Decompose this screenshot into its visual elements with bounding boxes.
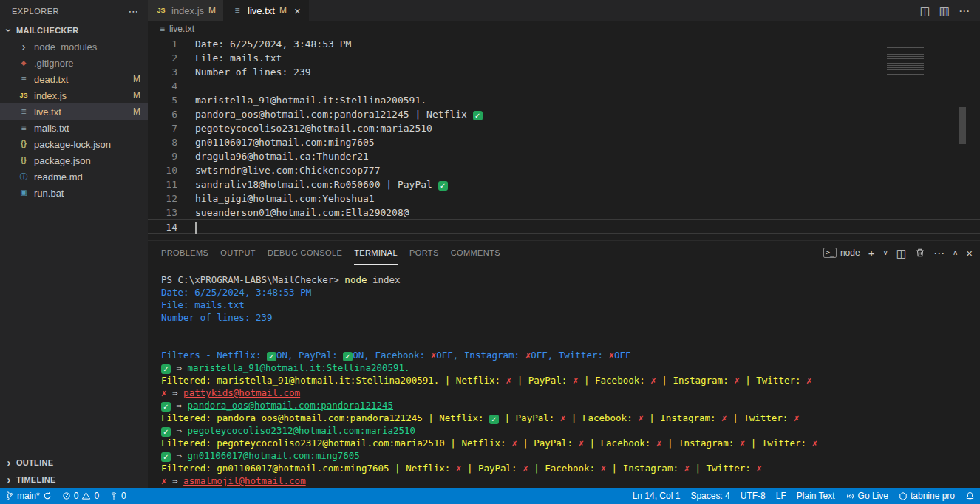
file-item-index.js[interactable]: JSindex.jsM: [0, 87, 148, 103]
cross-icon: ✗: [601, 463, 607, 474]
notifications[interactable]: [960, 488, 980, 504]
file-name: mails.txt: [34, 123, 69, 134]
line-content: maristella_91@hotmail.it:Stellina200591.: [177, 93, 426, 107]
editor-pane[interactable]: 1Date: 6/25/2024, 3:48:53 PM2File: mails…: [148, 37, 980, 240]
terminal-line: ✗ ⇒ pattykids@hotmail.com: [161, 386, 980, 399]
explorer-more-actions-icon[interactable]: ⋯: [129, 5, 140, 17]
file-item-live.txt[interactable]: ≡live.txtM: [0, 103, 148, 120]
git-branch-status[interactable]: main*: [0, 488, 57, 504]
tabnine-status[interactable]: tabnine pro: [894, 488, 960, 504]
spaces-label: Spaces: 4: [690, 491, 729, 501]
minimap[interactable]: [887, 47, 924, 75]
file-item-mails.txt[interactable]: ≡mails.txt: [0, 120, 148, 136]
text-segment: Filtered: gn01106017@hotmail.com:ming760…: [161, 463, 456, 474]
panel-tab-comments[interactable]: COMMENTS: [451, 241, 500, 265]
editor-scrollbar[interactable]: [959, 107, 966, 144]
panel-tab-terminal[interactable]: TERMINAL: [354, 241, 398, 265]
file-item-package-lock.json[interactable]: {}package-lock.json: [0, 136, 148, 152]
text-segment: ⇒: [171, 450, 188, 461]
timeline-section[interactable]: › TIMELINE: [0, 471, 148, 488]
panel-actions: >_ node + ∨ ◫ ⋯ ∧ ×: [823, 241, 973, 265]
project-root-folder[interactable]: › MAILCHECKER: [0, 22, 148, 38]
cross-icon: ✗: [806, 375, 812, 386]
file-name: .gitignore: [34, 58, 73, 69]
panel-more-actions-icon[interactable]: ⋯: [933, 248, 945, 259]
git-modified-badge: M: [208, 5, 216, 16]
kill-terminal-icon[interactable]: [915, 248, 925, 258]
indentation[interactable]: Spaces: 4: [685, 488, 735, 504]
file-item-node_modules[interactable]: ›node_modules: [0, 38, 148, 55]
cross-icon: ✗: [511, 437, 517, 449]
line-number: 5: [148, 93, 177, 107]
close-tab-icon[interactable]: ×: [294, 5, 301, 16]
line-content: hila_gigi@hotmail.com:Yehoshua1: [177, 191, 375, 205]
chevron-right-icon: ›: [4, 457, 13, 468]
panel-tab-ports[interactable]: PORTS: [409, 241, 439, 265]
text-segment: ON, Facebook:: [353, 350, 430, 361]
line-content: pandora_oos@hotmail.com:pandora121245 | …: [177, 107, 483, 121]
cross-icon: ✗: [161, 475, 167, 486]
json-file-icon: {}: [18, 140, 30, 148]
file-item-readme.md[interactable]: ⓘreadme.md: [0, 168, 148, 185]
tab-live-txt[interactable]: ≡ live.txt M ×: [224, 0, 309, 21]
timeline-label: TIMELINE: [16, 475, 56, 484]
tab-index-js[interactable]: JS index.js M: [148, 0, 224, 21]
go-live-button[interactable]: Go Live: [840, 488, 894, 504]
terminal-line: Filters - Netflix: ✓ON, PayPal: ✓ON, Fac…: [161, 349, 980, 361]
terminal-profile-picker[interactable]: >_ node: [823, 248, 860, 258]
text-segment: | PayPal:: [511, 375, 573, 386]
panel-tab-output[interactable]: OUTPUT: [220, 241, 256, 265]
text-segment: Filtered: pegoteycocoliso2312@hotmail.co…: [161, 437, 511, 449]
layout-icon[interactable]: ▥: [939, 5, 950, 16]
line-number: 10: [148, 163, 177, 177]
bottom-panel: PROBLEMSOUTPUTDEBUG CONSOLETERMINALPORTS…: [148, 240, 980, 488]
tab-label: index.js: [171, 5, 204, 16]
close-panel-icon[interactable]: ×: [966, 248, 973, 259]
eol-label: LF: [776, 491, 786, 501]
panel-tab-problems[interactable]: PROBLEMS: [161, 241, 208, 265]
radio-tower-icon: [109, 491, 118, 501]
text-segment: | PayPal:: [499, 412, 560, 423]
text-segment: Filtered: pandora_oos@hotmail.com:pandor…: [161, 412, 489, 423]
file-item-run.bat[interactable]: ▣run.bat: [0, 185, 148, 201]
check-icon: ✓: [161, 427, 171, 437]
ports-status[interactable]: 0: [104, 488, 132, 504]
file-item-package.json[interactable]: {}package.json: [0, 152, 148, 168]
breadcrumb[interactable]: ≡ live.txt: [148, 21, 980, 37]
txt-file-icon: ≡: [18, 107, 30, 116]
git-file-icon: ◆: [18, 60, 30, 67]
text-segment: pandora_oos@hotmail.com:pandora121245: [188, 400, 393, 411]
text-segment: PS C:\xPROGRAM-LABS\MailChecker>: [161, 274, 344, 285]
outline-section[interactable]: › OUTLINE: [0, 454, 148, 471]
terminal-icon: >_: [823, 248, 837, 258]
maximize-panel-icon[interactable]: ∧: [953, 249, 958, 256]
editor-line: 10swtsrndr@live.com:Chickencoop777: [148, 163, 980, 177]
language-mode[interactable]: Plain Text: [792, 488, 840, 504]
eol-sequence[interactable]: LF: [771, 488, 792, 504]
file-item-.gitignore[interactable]: ◆.gitignore: [0, 55, 148, 71]
encoding[interactable]: UTF-8: [735, 488, 771, 504]
panel-tab-debug-console[interactable]: DEBUG CONSOLE: [268, 241, 342, 265]
text-segment: ⇒: [167, 387, 184, 398]
file-name: run.bat: [34, 188, 64, 199]
terminal-output[interactable]: PS C:\xPROGRAM-LABS\MailChecker> node in…: [148, 265, 980, 488]
text-segment: swtsrndr@live.com:Chickencoop777: [195, 165, 380, 176]
problems-status[interactable]: 0 0: [57, 488, 104, 504]
cursor-position[interactable]: Ln 14, Col 1: [627, 488, 686, 504]
new-terminal-icon[interactable]: +: [868, 248, 875, 259]
split-editor-icon[interactable]: ◫: [920, 5, 930, 16]
editor-line: 8gn01106017@hotmail.com:ming7605: [148, 135, 980, 149]
panel-tabs: PROBLEMSOUTPUTDEBUG CONSOLETERMINALPORTS…: [161, 241, 512, 265]
text-segment: OFF: [614, 350, 631, 361]
split-terminal-icon[interactable]: ◫: [896, 248, 907, 259]
file-item-dead.txt[interactable]: ≡dead.txtM: [0, 71, 148, 87]
text-segment: sandraliv18@hotmail.com:Ro050600 | PayPa…: [195, 179, 438, 190]
more-actions-icon[interactable]: ⋯: [959, 5, 970, 16]
js-file-icon: JS: [155, 7, 167, 14]
language-label: Plain Text: [797, 491, 835, 501]
terminal-dropdown-icon[interactable]: ∨: [882, 249, 888, 256]
terminal-line: ✗ ⇒ asmalmojil@hotmail.com: [161, 474, 980, 487]
git-modified-badge: M: [133, 74, 140, 84]
txt-file-icon: ≡: [18, 123, 30, 132]
line-number: 8: [148, 135, 177, 149]
